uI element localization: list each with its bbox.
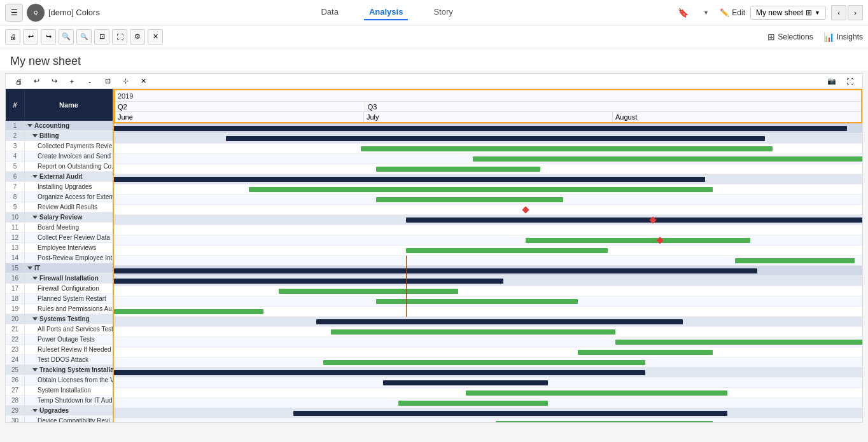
gantt-print-btn[interactable]: 🖨 [11,74,26,89]
next-button[interactable]: › [848,5,863,20]
gantt-bar [279,289,458,294]
q2-label: Q2 [115,102,365,111]
bookmark-dropdown[interactable]: ▼ [697,4,715,22]
gantt-left-row: 21All Ports and Services Test... [6,324,113,335]
gantt-bar [376,167,541,172]
edit-button[interactable]: ✏️ Edit [720,8,745,17]
gantt-bar-row [114,215,862,225]
fit-button[interactable]: ⊡ [94,29,109,45]
collapse-triangle-icon[interactable] [32,175,38,178]
gantt-clear-btn[interactable]: ✕ [136,74,151,89]
row-number: 8 [6,192,25,202]
gantt-left-row: 5Report on Outstanding Co... [6,162,113,172]
row-label: Systems Testing [25,314,113,324]
gantt-bar [114,126,847,131]
grid-icon: ⊞ [806,8,812,17]
row-label: Tracking System Installation... [25,365,113,375]
gantt-bar-row [114,144,862,154]
insights-button[interactable]: 📊 Insights [823,32,863,42]
gantt-zoom-in-btn[interactable]: + [64,74,80,89]
row-label: Firewall Configuration [25,284,113,293]
tab-story[interactable]: Story [428,4,458,20]
collapse-triangle-icon[interactable] [32,317,38,321]
settings-button[interactable]: ⚙ [130,29,145,45]
tab-analysis[interactable]: Analysis [364,4,408,20]
app-name: [demo] Colors [48,8,100,17]
collapse-triangle-icon[interactable] [27,124,32,127]
row-label: Rules and Permissions Au... [25,304,113,314]
gantt-bar [226,136,765,141]
gantt-snap-btn[interactable]: ⊹ [118,74,133,89]
row-number: 14 [6,253,25,263]
nav-arrows: ‹ › [831,5,863,20]
row-label: All Ports and Services Test... [25,324,113,334]
selections-button[interactable]: ⊞ Selections [767,32,813,42]
tab-data[interactable]: Data [316,4,343,20]
row-label: External Audit [25,172,113,181]
gantt-bar [496,421,713,423]
row-number: 18 [6,294,25,303]
collapse-triangle-icon[interactable] [32,134,38,137]
row-number: 30 [6,416,25,423]
gantt-fullscreen-btn[interactable]: ⛶ [842,74,857,89]
gantt-left-rows: 1Accounting2Billing3Collected Payments R… [6,121,113,423]
gantt-toolbar: 🖨 ↩ ↪ + - ⊡ ⊹ ✕ 📷 ⛶ [6,74,862,89]
clear-button[interactable]: ✕ [148,29,163,45]
timeline-header: 2019 Q2 Q3 June July August [114,89,862,123]
gantt-screenshot-btn[interactable]: 📷 [824,74,839,89]
gantt-left-row: 3Collected Payments Revie... [6,141,113,151]
sheet-dropdown-icon: ▼ [815,10,820,16]
pencil-icon: ✏️ [720,8,729,17]
hamburger-menu-button[interactable]: ☰ [5,4,23,22]
expand-button[interactable]: ⛶ [112,29,127,45]
bookmark-button[interactable]: 🔖 [674,4,692,22]
row-label: Employee Interviews [25,243,113,252]
gantt-left-row: 28Temp Shutdown for IT Aud... [6,396,113,406]
gantt-bar [114,279,503,284]
zoom-out-button[interactable]: 🔍 [76,29,92,45]
gantt-left-row: 29Upgrades [6,406,113,416]
collapse-triangle-icon[interactable] [32,368,38,371]
gantt-bar-row [114,327,862,337]
gantt-zoom-out-btn[interactable]: - [82,74,97,89]
gantt-bar [383,380,548,385]
gantt-fit-btn[interactable]: ⊡ [100,74,115,89]
row-number: 7 [6,182,25,191]
collapse-triangle-icon[interactable] [32,277,38,280]
sheet-name-button[interactable]: My new sheet ⊞ ▼ [750,6,826,20]
row-label: Upgrades [25,406,113,415]
gantt-bar-row [114,205,862,215]
sheet-title-bar: My new sheet [0,48,868,71]
gantt-left-row: 17Firewall Configuration [6,284,113,294]
gantt-bar [526,238,750,243]
gantt-bar-row [114,245,862,256]
nav-tabs: Data Analysis Story [105,4,669,20]
collapse-triangle-icon[interactable] [32,409,38,412]
gantt-bar [735,258,855,263]
gantt-bar [376,299,578,304]
row-number: 4 [6,151,25,161]
gantt-bar-row [114,317,862,327]
zoom-in-button[interactable]: 🔍 [59,29,74,45]
row-number: 24 [6,355,25,364]
gantt-bar-row [114,418,862,423]
row-number: 3 [6,141,25,151]
gantt-redo-btn[interactable]: ↪ [46,74,62,89]
collapse-triangle-icon[interactable] [27,266,32,270]
row-number: 6 [6,172,25,181]
print-button[interactable]: 🖨 [5,29,20,45]
row-number: 25 [6,365,25,375]
gantt-bar-row [114,154,862,164]
top-bar: ☰ Q [demo] Colors Data Analysis Story 🔖 … [0,0,868,25]
redo-button[interactable]: ↪ [41,29,56,45]
collapse-triangle-icon[interactable] [32,216,38,219]
gantt-left-row: 7Installing Upgrades [6,182,113,192]
milestone-diamond [522,206,529,213]
row-number: 26 [6,375,25,385]
row-number: 11 [6,223,25,232]
row-number: 10 [6,212,25,222]
row-label: Organize Access for Extern... [25,192,113,202]
prev-button[interactable]: ‹ [831,5,846,20]
gantt-undo-btn[interactable]: ↩ [29,74,44,89]
undo-button[interactable]: ↩ [23,29,38,45]
